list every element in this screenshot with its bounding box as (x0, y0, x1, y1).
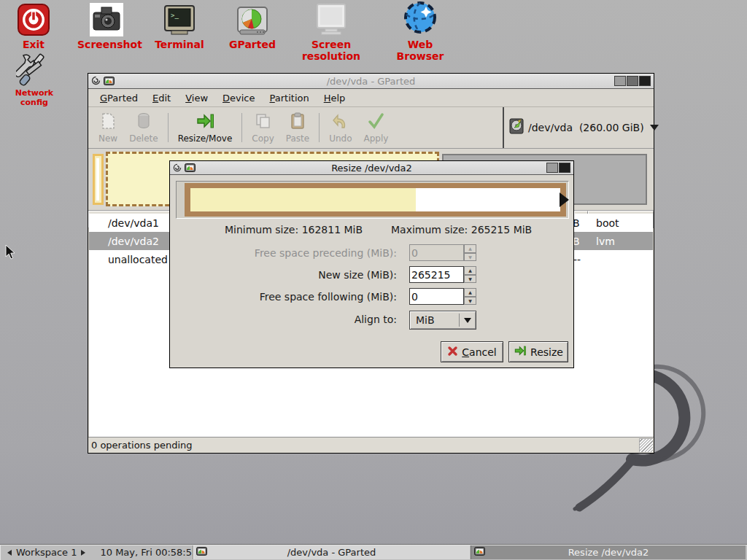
partition-flags: boot (589, 217, 653, 229)
undo-icon (333, 112, 349, 132)
spin-up-icon[interactable]: ▲ (464, 288, 476, 297)
terminal-icon: >_ (152, 1, 207, 36)
spin-down-icon[interactable]: ▼ (464, 275, 476, 284)
toolbar-label: Resize/Move (178, 133, 233, 144)
desktop-icon-label: Terminal (152, 39, 207, 50)
workspace-label[interactable]: Workspace 1 (16, 547, 77, 558)
window-menu-icon[interactable] (173, 161, 182, 175)
align-to-label: Align to: (355, 311, 397, 328)
desktop-icon-exit[interactable]: Exit (12, 1, 55, 50)
window-menu-icon[interactable] (91, 74, 101, 88)
task-button-resize-dialog[interactable]: Resize /dev/vda2 (471, 545, 746, 559)
paste-icon (290, 112, 306, 132)
dialog-titlebar[interactable]: Resize /dev/vda2 (170, 161, 573, 175)
copy-button[interactable]: Copy (246, 107, 279, 148)
svg-text:>_: >_ (171, 12, 179, 19)
resize-button[interactable]: Resize (508, 341, 568, 362)
maximum-size-label: Maximum size: 265215 MiB (391, 224, 532, 236)
free-space-following-row: Free space following (MiB): ▲▼ (170, 288, 573, 306)
device-drive-icon (508, 117, 525, 138)
desktop-icon-network-config[interactable]: Network config (4, 51, 64, 107)
desktop-icon-screenshot[interactable]: Screenshot (77, 1, 136, 50)
toolbar-label: New (98, 133, 117, 144)
toolbar: New Delete Resize/Move Copy Paste Undo A… (88, 107, 654, 149)
mouse-cursor (5, 244, 17, 263)
resize-grip[interactable] (639, 438, 653, 452)
maximize-button[interactable] (546, 163, 558, 173)
desktop-icon-screen-resolution[interactable]: Screen resolution (283, 1, 379, 62)
cancel-x-icon (447, 346, 458, 359)
resize-move-button[interactable]: Resize/Move (172, 107, 239, 148)
menu-partition[interactable]: Partition (263, 90, 317, 106)
delete-partition-icon (136, 112, 151, 132)
toolbar-label: Apply (364, 133, 389, 144)
workspace-prev-icon[interactable] (4, 550, 12, 556)
align-to-value: MiB (410, 314, 459, 326)
paste-button[interactable]: Paste (280, 107, 315, 148)
task-button-gparted[interactable]: /dev/vda - GParted (193, 545, 470, 559)
visual-block-vda1[interactable] (93, 154, 104, 205)
chevron-down-icon[interactable] (650, 125, 659, 135)
spin-up-icon[interactable]: ▲ (464, 244, 476, 253)
desktop-icon-web-browser[interactable]: Web Browser (382, 1, 458, 62)
resize-slider-frame (185, 183, 566, 217)
new-size-input[interactable] (409, 266, 464, 283)
device-size: (260.00 GiB) (579, 122, 644, 133)
device-selector[interactable]: /dev/vda (260.00 GiB) (503, 107, 654, 148)
toolbar-separator (241, 113, 242, 142)
align-to-row: Align to: MiB (170, 311, 573, 328)
resize-slider (176, 181, 569, 219)
globe-icon (382, 1, 458, 36)
spin-down-icon[interactable]: ▼ (464, 253, 476, 262)
align-to-dropdown[interactable]: MiB (409, 311, 476, 330)
gparted-titlebar[interactable]: /dev/vda - GParted (88, 74, 654, 89)
statusbar: 0 operations pending (88, 437, 654, 453)
resize-label: Resize (530, 346, 563, 358)
cancel-button[interactable]: Cancel (441, 341, 503, 362)
menubar: GParted Edit View Device Partition Help (88, 89, 654, 107)
menu-edit[interactable]: Edit (145, 90, 178, 106)
desktop-icon-label: Exit (12, 39, 55, 50)
resize-handle-icon[interactable] (560, 192, 569, 207)
toolbar-label: Copy (252, 133, 274, 144)
chevron-down-icon (464, 318, 471, 327)
undo-button[interactable]: Undo (323, 107, 357, 148)
maximize-button[interactable] (627, 76, 638, 86)
menu-device[interactable]: Device (215, 90, 262, 106)
task-label: Resize /dev/vda2 (471, 547, 746, 558)
toolbar-label: Delete (129, 133, 158, 144)
desktop-icon-label: Web Browser (382, 39, 458, 62)
menu-help[interactable]: Help (317, 90, 353, 106)
pending-operations-text: 0 operations pending (91, 440, 193, 451)
resize-arrow-icon (514, 345, 527, 359)
new-partition-icon (100, 112, 116, 132)
delete-button[interactable]: Delete (123, 107, 163, 148)
menu-view[interactable]: View (178, 90, 215, 106)
spin-down-icon[interactable]: ▼ (464, 297, 476, 306)
menu-gparted[interactable]: GParted (93, 90, 145, 106)
free-space-following-input[interactable] (409, 288, 464, 305)
partition-flags: lvm (589, 236, 653, 247)
dialog-title: Resize /dev/vda2 (170, 163, 573, 174)
spin-up-icon[interactable]: ▲ (464, 266, 476, 275)
minimize-button[interactable] (614, 76, 626, 86)
close-button[interactable] (639, 76, 651, 86)
monitor-icon (283, 1, 379, 36)
desktop-icon-label: Network config (4, 88, 64, 107)
apply-button[interactable]: Apply (358, 107, 395, 148)
camera-icon (77, 1, 136, 36)
new-size-label: New size (MiB): (318, 266, 397, 284)
minimum-size-label: Minimum size: 162811 MiB (225, 224, 363, 236)
desktop-icon-terminal[interactable]: >_ Terminal (152, 1, 207, 50)
desktop-icon-label: GParted (225, 39, 280, 50)
toolbar-separator (168, 113, 169, 142)
combo-separator (459, 314, 460, 327)
apply-check-icon (367, 112, 384, 132)
free-space-preceding-input[interactable] (409, 244, 464, 261)
free-space-preceding-label: Free space preceding (MiB): (255, 244, 397, 262)
desktop-icon-gparted[interactable]: GParted (225, 1, 280, 50)
workspace-next-icon[interactable] (81, 550, 88, 556)
cancel-label: Cancel (462, 346, 496, 358)
close-button[interactable] (559, 163, 570, 173)
new-button[interactable]: New (93, 107, 123, 148)
